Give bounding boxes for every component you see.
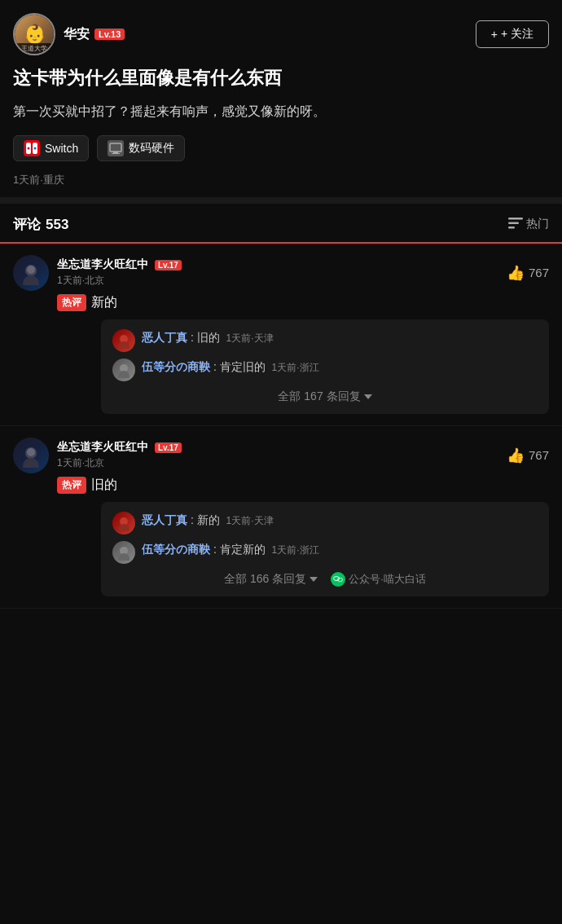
- comment-author-info: 坐忘道李火旺红中 Lv.17 1天前·北京: [13, 255, 182, 291]
- comment-item-2: 坐忘道李火旺红中 Lv.17 1天前·北京 👍 767 热评 旧的: [0, 426, 562, 609]
- reply-separator-2-1: :: [191, 513, 197, 526]
- author-name-block: 华安 Lv.13: [64, 26, 125, 43]
- svg-point-19: [27, 448, 35, 456]
- comments-count: 553: [46, 217, 68, 233]
- reply-avatar-1-2[interactable]: [112, 359, 135, 381]
- svg-rect-6: [112, 153, 120, 154]
- reply-item-1-2: 伍等分の商鞅 : 肯定旧的 1天前·浙江: [112, 359, 538, 381]
- reply-item-2-1: 恶人丁真 : 新的 1天前·天津: [112, 512, 538, 535]
- avatar[interactable]: 👶 王道大学: [13, 13, 55, 55]
- comment-meta-1: 1天前·北京: [57, 274, 182, 288]
- svg-point-23: [118, 553, 130, 561]
- comment-content-2: 旧的: [91, 477, 117, 494]
- reply-content-1-2: 伍等分の商鞅 : 肯定旧的 1天前·浙江: [142, 359, 319, 376]
- tag-switch-label: Switch: [45, 142, 78, 155]
- like-row-2[interactable]: 👍 767: [507, 447, 549, 464]
- footer-wechat: 公众号·喵大白话: [331, 572, 426, 587]
- reply-text-2-1: 新的: [197, 513, 220, 526]
- like-row-1[interactable]: 👍 767: [507, 264, 549, 282]
- reply-avatar-2-2[interactable]: [112, 541, 135, 564]
- digital-icon: [108, 140, 124, 156]
- show-more-text-1: 全部 167 条回复: [278, 389, 360, 404]
- replies-block-1: 恶人丁真 : 旧的 1天前·天津 伍等分の商鞅: [101, 319, 549, 414]
- reply-separator-1-1: :: [191, 331, 197, 344]
- follow-button[interactable]: + + 关注: [476, 20, 549, 48]
- comments-section: 评论 553 热门: [0, 204, 562, 609]
- chevron-down-icon-2: [310, 577, 318, 582]
- svg-point-12: [27, 266, 35, 274]
- author-row: 👶 王道大学 华安 Lv.13 + + 关注: [13, 13, 549, 55]
- plus-icon: +: [491, 28, 498, 41]
- reply-meta-2-2: 1天前·浙江: [272, 544, 319, 556]
- svg-point-14: [118, 341, 130, 349]
- svg-rect-4: [110, 143, 121, 152]
- post-title: 这卡带为什么里面像是有什么东西: [13, 67, 549, 90]
- reply-meta-2-1: 1天前·天津: [226, 515, 274, 526]
- avatar-label: 王道大学: [15, 43, 54, 54]
- svg-point-16: [118, 371, 130, 378]
- svg-rect-8: [508, 222, 519, 224]
- comments-header: 评论 553 热门: [0, 204, 562, 244]
- tag-switch[interactable]: Switch: [13, 135, 89, 161]
- reply-meta-1-1: 1天前·天津: [226, 332, 274, 344]
- comment-author-row: 坐忘道李火旺红中 Lv.17 1天前·北京 👍 767: [13, 255, 549, 291]
- reply-avatar-1-1[interactable]: [112, 329, 135, 352]
- like-count-1: 767: [529, 266, 549, 279]
- reply-name-2-2: 伍等分の商鞅: [142, 543, 210, 556]
- comments-title: 评论 553: [13, 215, 68, 234]
- replies-block-2: 恶人丁真 : 新的 1天前·天津 伍等分の商鞅: [101, 502, 549, 596]
- wechat-icon: [331, 572, 345, 587]
- svg-point-21: [118, 524, 130, 531]
- author-info: 👶 王道大学 华安 Lv.13: [13, 13, 125, 55]
- sort-button[interactable]: 热门: [508, 217, 549, 231]
- comment-content-1: 新的: [91, 294, 117, 311]
- author-name: 华安: [64, 26, 90, 43]
- reply-meta-1-2: 1天前·浙江: [272, 362, 319, 373]
- reply-text-2-2: 肯定新的: [220, 543, 266, 556]
- svg-point-11: [23, 275, 39, 285]
- comment-body-2: 热评 旧的 恶人丁真 : 新的 1天前·天津: [57, 477, 549, 596]
- reply-name-1-1: 恶人丁真: [142, 331, 187, 344]
- sort-label: 热门: [526, 217, 549, 231]
- hot-badge-2: 热评: [57, 477, 86, 494]
- svg-point-3: [34, 147, 37, 149]
- post-meta: 1天前·重庆: [13, 173, 549, 187]
- svg-point-18: [23, 458, 39, 468]
- comment-author-block-1: 坐忘道李火旺红中 Lv.17 1天前·北京: [57, 257, 182, 288]
- hot-badge-1: 热评: [57, 294, 86, 311]
- thumb-up-icon-1: 👍: [507, 264, 525, 282]
- comment-avatar-2[interactable]: [13, 438, 49, 473]
- comment-meta-2: 1天前·北京: [57, 456, 182, 470]
- tags-row: Switch 数码硬件: [13, 135, 549, 161]
- reply-text-1-1: 旧的: [197, 331, 220, 344]
- reply-content-2-1: 恶人丁真 : 新的 1天前·天津: [142, 512, 274, 529]
- comment-author-block-2: 坐忘道李火旺红中 Lv.17 1天前·北京: [57, 440, 182, 470]
- switch-icon: [24, 140, 40, 156]
- comment-text-1: 热评 新的: [57, 294, 549, 311]
- svg-point-2: [28, 147, 30, 149]
- post-section: 👶 王道大学 华安 Lv.13 + + 关注 这卡带为什么里面像是有什么东西 第…: [0, 0, 562, 204]
- reply-content-1-1: 恶人丁真 : 旧的 1天前·天津: [142, 329, 274, 346]
- comment-item: 坐忘道李火旺红中 Lv.17 1天前·北京 👍 767 热评 新的: [0, 244, 562, 426]
- chevron-down-icon-1: [364, 394, 372, 399]
- reply-avatar-2-1[interactable]: [112, 512, 135, 535]
- reply-text-1-2: 肯定旧的: [220, 360, 266, 373]
- comments-label: 评论: [13, 215, 41, 234]
- show-more-2[interactable]: 全部 166 条回复 公众号·喵大白话: [112, 572, 538, 587]
- svg-rect-7: [508, 218, 523, 220]
- comment-text-2: 热评 旧的: [57, 477, 549, 494]
- comment-author-info-2: 坐忘道李火旺红中 Lv.17 1天前·北京: [13, 438, 182, 473]
- show-more-1[interactable]: 全部 167 条回复: [112, 389, 538, 404]
- reply-separator-1-2: :: [213, 360, 220, 373]
- author-level: Lv.13: [94, 29, 125, 40]
- reply-content-2-2: 伍等分の商鞅 : 肯定新的 1天前·浙江: [142, 541, 319, 558]
- comment-body-1: 热评 新的 恶人丁真 : 旧的 1天前·天津: [57, 294, 549, 414]
- comment-level-2: Lv.17: [155, 442, 182, 453]
- tag-digital[interactable]: 数码硬件: [97, 135, 185, 161]
- comment-level-1: Lv.17: [155, 260, 182, 271]
- like-count-2: 767: [529, 448, 549, 462]
- reply-item-1-1: 恶人丁真 : 旧的 1天前·天津: [112, 329, 538, 352]
- comment-avatar-1[interactable]: [13, 255, 49, 291]
- tag-digital-label: 数码硬件: [129, 141, 174, 156]
- post-content: 第一次买就中招了？摇起来有响声，感觉又像新的呀。: [13, 100, 549, 122]
